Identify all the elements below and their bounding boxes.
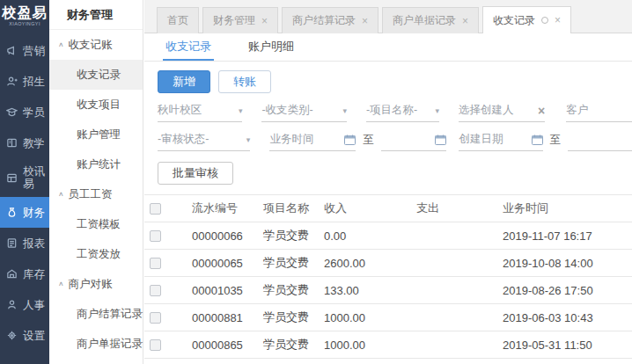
- cell-time: 2019-08-26 17:50: [503, 284, 632, 297]
- create-date-end-input[interactable]: [568, 130, 632, 151]
- records-table: 流水编号 项目名称 收入 支出 业务时间 00000066 学员交费 0.00 …: [144, 194, 632, 364]
- sidebar-item-hr[interactable]: 人事: [0, 289, 49, 320]
- table-row[interactable]: 00000065 学员交费 2600.00 2019-10-08 14:00: [144, 250, 632, 277]
- customer-input[interactable]: 客户: [566, 101, 632, 122]
- close-icon[interactable]: ×: [362, 17, 368, 25]
- table-row[interactable]: 00000881 学员交费 1000.00 2019-06-03 10:43: [144, 304, 632, 331]
- cell-time: 2019-10-08 14:00: [503, 257, 632, 270]
- row-checkbox[interactable]: [150, 230, 161, 242]
- clear-icon[interactable]: ×: [538, 104, 545, 118]
- tab-home[interactable]: 首页: [157, 7, 199, 33]
- chevron-down-icon: ▾: [342, 106, 347, 115]
- chevron-down-icon: ▾: [246, 135, 251, 144]
- category-select[interactable]: -收支类别- ▾: [261, 101, 346, 122]
- table-row[interactable]: 00000865 学员交费 1000.00 2019-05-31 11:50: [144, 331, 632, 359]
- batch-audit-button[interactable]: 批量审核: [158, 162, 233, 185]
- money-bag-icon: [6, 207, 18, 219]
- main-content: 首页 财务管理 × 商户结算记录 × 商户单据记录 × 收支记录 × 收支记录: [144, 0, 632, 364]
- sidebar-item-inventory[interactable]: 库存: [0, 258, 49, 289]
- app-logo[interactable]: 校盈易 XIAOYINGYI: [0, 0, 49, 30]
- nav-group-label: 收支记账: [69, 38, 113, 53]
- nav-group-merchant-reconciliation[interactable]: ∧ 商户对账: [49, 269, 143, 299]
- sidebar-item-xiaoxunyi[interactable]: 校讯易: [0, 158, 49, 197]
- row-checkbox[interactable]: [150, 285, 161, 296]
- sidebar-item-label: 设置: [23, 330, 45, 342]
- column-header-income: 收入: [324, 200, 416, 216]
- sidebar-item-enrollment[interactable]: 招生: [0, 66, 49, 97]
- to-label: 至: [363, 133, 374, 151]
- calendar-icon: [435, 135, 446, 145]
- sidebar-item-label: 校讯易: [23, 165, 46, 190]
- category-select-value: -收支类别-: [261, 103, 339, 118]
- customer-input-value: 客户: [566, 103, 632, 118]
- chevron-down-icon: ▾: [436, 106, 440, 115]
- add-button[interactable]: 新增: [158, 70, 210, 93]
- cell-serial: 00001035: [192, 284, 263, 297]
- creator-input-value: 选择创建人: [459, 103, 534, 118]
- row-checkbox[interactable]: [150, 312, 161, 324]
- cell-serial: 00000066: [192, 229, 263, 243]
- sidebar-item-finance[interactable]: 财务: [0, 197, 49, 228]
- tab-merchant-settlement-records[interactable]: 商户结算记录 ×: [282, 7, 378, 33]
- logo-title: 校盈易: [0, 5, 49, 21]
- refresh-icon[interactable]: [541, 17, 548, 24]
- close-icon[interactable]: ×: [462, 17, 468, 25]
- filter-row-2: -审核状态- ▾ 业务时间 至 创建日期 至: [158, 130, 632, 151]
- secondary-sidebar: 财务管理 ∧ 收支记账 收支记录 收支项目 账户管理 账户统计 ∧ 员工工资 工…: [49, 0, 143, 364]
- transfer-button[interactable]: 转账: [218, 70, 271, 93]
- collapse-icon: ∧: [58, 280, 64, 288]
- creator-input[interactable]: 选择创建人 ×: [459, 101, 545, 122]
- sidebar-item-settings[interactable]: 设置: [0, 320, 49, 351]
- column-header-project: 项目名称: [263, 200, 324, 216]
- tab-label: 首页: [167, 13, 188, 28]
- tab-records[interactable]: 收支记录: [163, 33, 214, 61]
- sidebar-item-marketing[interactable]: 营销: [0, 35, 49, 66]
- business-time-start-input[interactable]: 业务时间: [269, 130, 356, 151]
- tab-label: 商户结算记录: [292, 13, 356, 28]
- batch-actions: 批量审核: [144, 151, 632, 185]
- sidebar-item-merchant-settlement-records[interactable]: 商户结算记录: [49, 299, 143, 329]
- tab-merchant-document-records[interactable]: 商户单据记录 ×: [382, 7, 479, 33]
- close-icon[interactable]: ×: [261, 17, 268, 25]
- sidebar-item-teaching[interactable]: 教学: [0, 127, 49, 158]
- sidebar-item-merchant-document-records[interactable]: 商户单据记录: [49, 329, 143, 359]
- select-all-checkbox[interactable]: [150, 203, 161, 215]
- sidebar-item-salary-template[interactable]: 工资模板: [49, 209, 143, 239]
- sidebar-item-label: 招生: [23, 76, 45, 88]
- cell-serial: 00000881: [192, 311, 263, 324]
- project-select[interactable]: -项目名称- ▾: [366, 101, 439, 122]
- tab-account-detail[interactable]: 账户明细: [246, 33, 297, 61]
- nav-group-label: 员工工资: [69, 187, 113, 202]
- filter-row-1: 秋叶校区 ▾ -收支类别- ▾ -项目名称- ▾ 选择创建人 × 客户: [158, 101, 632, 122]
- create-date-start-input[interactable]: 创建日期: [459, 130, 542, 151]
- table-row[interactable]: 00000066 学员交费 0.00 2019-11-07 16:17: [144, 222, 632, 250]
- row-checkbox[interactable]: [150, 258, 161, 269]
- nav-group-payroll[interactable]: ∧ 员工工资: [49, 179, 143, 209]
- audit-status-select[interactable]: -审核状态- ▾: [158, 130, 250, 151]
- cell-income: 133.00: [324, 284, 416, 297]
- table-header-row: 流水编号 项目名称 收入 支出 业务时间: [144, 195, 632, 222]
- tab-finance-management[interactable]: 财务管理 ×: [202, 7, 278, 33]
- sidebar-item-salary-payment[interactable]: 工资发放: [49, 239, 143, 269]
- sidebar-item-account-statistics[interactable]: 账户统计: [49, 149, 143, 179]
- nav-group-income-expense[interactable]: ∧ 收支记账: [49, 30, 143, 60]
- sidebar-item-income-expense-records[interactable]: 收支记录: [49, 60, 143, 90]
- cell-serial: 00000865: [192, 339, 263, 352]
- sidebar-item-account-management[interactable]: 账户管理: [49, 120, 143, 149]
- sidebar-item-income-expense-items[interactable]: 收支项目: [49, 90, 143, 120]
- close-icon[interactable]: ×: [555, 16, 561, 25]
- table-row[interactable]: 00001035 学员交费 133.00 2019-08-26 17:50: [144, 277, 632, 304]
- cell-income: 1000.00: [324, 339, 416, 352]
- tab-income-expense-records[interactable]: 收支记录 ×: [482, 6, 571, 33]
- sidebar-item-label: 学员: [23, 106, 45, 119]
- graduation-icon: [6, 106, 18, 119]
- calendar-icon: [532, 135, 543, 145]
- toolbar: 新增 转账: [144, 62, 632, 93]
- row-checkbox[interactable]: [150, 339, 161, 351]
- sidebar-item-reports[interactable]: 报表: [0, 228, 49, 258]
- campus-select[interactable]: 秋叶校区 ▾: [158, 101, 242, 122]
- window-tab-bar: 首页 财务管理 × 商户结算记录 × 商户单据记录 × 收支记录 ×: [144, 0, 632, 33]
- table-row[interactable]: 00000847 学员充值 203.00 2019-05-21 10:46: [144, 359, 632, 364]
- business-time-end-input[interactable]: [381, 130, 446, 151]
- sidebar-item-students[interactable]: 学员: [0, 97, 49, 127]
